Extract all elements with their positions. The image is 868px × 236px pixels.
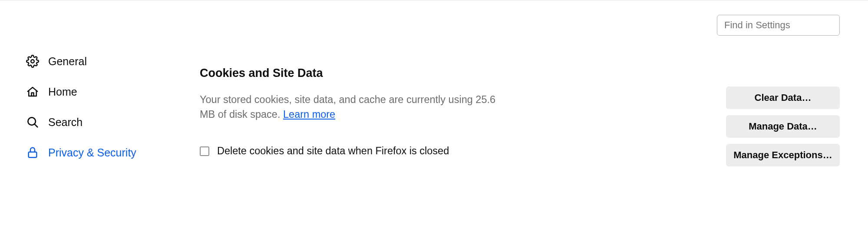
home-icon: [26, 85, 39, 98]
section-description: Your stored cookies, site data, and cach…: [200, 92, 504, 122]
delete-on-close-checkbox-row[interactable]: Delete cookies and site data when Firefo…: [200, 145, 638, 157]
sidebar-item-label: Search: [48, 116, 83, 129]
desc-prefix: Your stored cookies, site data, and cach…: [200, 94, 475, 105]
main-content: Cookies and Site Data Your stored cookie…: [200, 66, 638, 157]
clear-data-button[interactable]: Clear Data…: [726, 86, 840, 109]
sidebar-item-label: Privacy & Security: [48, 146, 136, 159]
svg-rect-3: [29, 152, 37, 158]
gear-icon: [26, 55, 39, 68]
checkbox-label: Delete cookies and site data when Firefo…: [217, 145, 449, 157]
sidebar-item-privacy-security[interactable]: Privacy & Security: [26, 146, 136, 159]
sidebar-item-home[interactable]: Home: [26, 85, 136, 98]
section-title: Cookies and Site Data: [200, 66, 638, 80]
desc-suffix: of disk space.: [215, 109, 283, 120]
search-input[interactable]: [717, 15, 840, 36]
sidebar-item-label: General: [48, 55, 87, 68]
sidebar-item-search[interactable]: Search: [26, 116, 136, 129]
sidebar-item-general[interactable]: General: [26, 55, 136, 68]
manage-exceptions-button[interactable]: Manage Exceptions…: [726, 144, 840, 166]
search-icon: [26, 116, 39, 129]
lock-icon: [26, 146, 39, 159]
sidebar-item-label: Home: [48, 86, 77, 98]
manage-data-button[interactable]: Manage Data…: [726, 115, 840, 138]
svg-point-0: [31, 60, 34, 63]
search-container: [717, 15, 840, 36]
svg-line-2: [34, 124, 37, 127]
action-buttons: Clear Data… Manage Data… Manage Exceptio…: [726, 86, 840, 166]
checkbox-box[interactable]: [200, 146, 209, 156]
learn-more-link[interactable]: Learn more: [283, 109, 335, 120]
sidebar: General Home Search Privacy & Se: [26, 55, 136, 159]
